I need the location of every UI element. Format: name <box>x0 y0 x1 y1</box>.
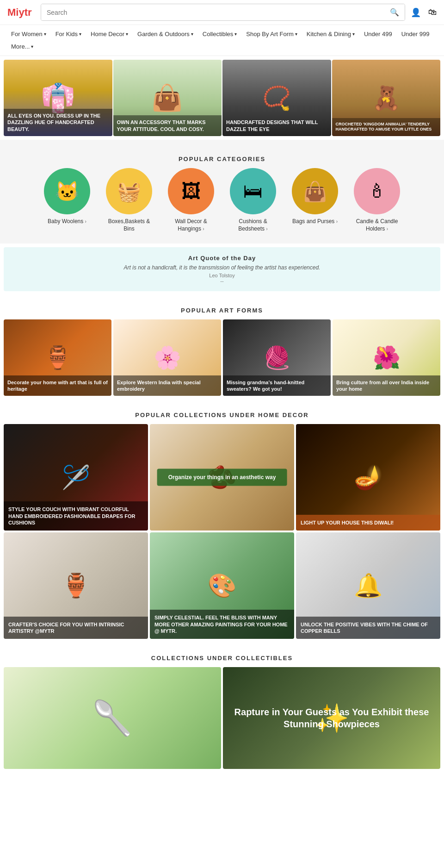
nav-under-499[interactable]: Under 499 <box>360 29 396 39</box>
category-bags-purses[interactable]: 👜 Bags and Purses › <box>290 168 340 232</box>
nav-more[interactable]: More... ▾ <box>7 41 37 52</box>
category-candle-holders[interactable]: 🕯 Candle & Candle Holders › <box>352 168 402 232</box>
logo-rest: ytr <box>18 6 31 18</box>
hero-banner-section: 👘 ALL EYES ON YOU. DRESS UP IN THE DAZZL… <box>0 56 444 140</box>
hero-text-jewelry: Handcrafted designs that will dazzle the… <box>222 115 331 136</box>
header-icons: 👤 🛍 <box>411 7 437 18</box>
navigation: For Women ▾ For Kids ▾ Home Decor ▾ Gard… <box>0 25 444 56</box>
nav-label: Kitchen & Dining <box>307 31 351 37</box>
nav-label: Shop By Art Form <box>246 31 294 37</box>
category-label: Cushions & Bedsheets › <box>228 218 278 232</box>
art-quote-dash: -- <box>11 278 433 284</box>
cart-icon[interactable]: 🛍 <box>428 7 437 18</box>
collection-text-4: CRAFTER'S CHOICE FOR YOU WITH INTRINSIC … <box>4 617 148 639</box>
nav-for-women[interactable]: For Women ▾ <box>7 29 50 39</box>
category-circle: 🖼 <box>168 168 214 214</box>
collection-text-2: Organize your things in an aesthetic way <box>157 469 287 486</box>
chevron-down-icon: ▾ <box>31 44 33 49</box>
home-decor-collections-title: POPULAR COLLECTIONS UNDER HOME DECOR <box>4 403 440 424</box>
art-form-card-4[interactable]: 🌺 Bring culture from all over India insi… <box>333 319 440 396</box>
collectibles-card-spoons[interactable]: 🥄 <box>4 667 221 769</box>
arrow-icon: › <box>85 219 86 224</box>
search-button[interactable]: 🔍 <box>384 4 405 20</box>
nav-label: More... <box>11 43 30 50</box>
collection-text-5: SIMPLY CELESTIAL. FEEL THE BLISS WITH MA… <box>150 610 294 639</box>
category-boxes-baskets[interactable]: 🧺 Boxes,Baskets & Bins <box>104 168 154 232</box>
collectibles-image-1: 🥄 <box>4 667 221 769</box>
hero-card-bag[interactable]: 👜 OWN AN ACCESSORY THAT MARKS YOUR ATTIT… <box>113 60 222 136</box>
nav-label: Garden & Outdoors <box>137 31 190 37</box>
art-form-card-2[interactable]: 🌸 Explore Western India with special emb… <box>113 319 221 396</box>
art-form-card-1[interactable]: 🏺 Decorate your home with art that is fu… <box>4 319 111 396</box>
art-form-text-4: Bring culture from all over India inside… <box>333 375 440 396</box>
art-quote-author: Leo Tolstoy <box>11 273 433 278</box>
nav-label: Home Decor <box>91 31 124 37</box>
category-wall-decor[interactable]: 🖼 Wall Decor & Hangings › <box>166 168 216 232</box>
nav-collectibles[interactable]: Collectibles ▾ <box>199 29 240 39</box>
nav-kitchen-dining[interactable]: Kitchen & Dining ▾ <box>303 29 358 39</box>
category-circle: 🕯 <box>354 168 400 214</box>
collection-card-copper-bells[interactable]: 🔔 Unlock the positive vibes with the chi… <box>296 532 440 639</box>
category-baby-woolens[interactable]: 🐱 Baby Woolens › <box>42 168 92 232</box>
nav-for-kids[interactable]: For Kids ▾ <box>52 29 85 39</box>
chevron-down-icon: ▾ <box>44 31 46 37</box>
chevron-down-icon: ▾ <box>295 31 297 37</box>
collection-card-organize[interactable]: 🫘 Organize your things in an aesthetic w… <box>150 424 294 531</box>
nav-label: For Kids <box>56 31 78 37</box>
collectibles-text-2: Rapture in Your Guests as You Exhibit th… <box>232 706 431 730</box>
hero-card-toys[interactable]: 🧸 CROCHETED 'KINGDOM ANIMALIA' TENDERLY … <box>332 60 441 136</box>
category-label: Boxes,Baskets & Bins <box>104 218 154 232</box>
art-quote-title: Art Quote of the Day <box>11 255 433 262</box>
arrow-icon: › <box>336 219 338 224</box>
popular-art-forms-section: POPULAR ART FORMS 🏺 Decorate your home w… <box>0 295 444 400</box>
collection-text-6: Unlock the positive vibes with the chime… <box>296 617 440 639</box>
home-decor-collections-section: POPULAR COLLECTIONS UNDER HOME DECOR 🪡 S… <box>0 400 444 643</box>
chevron-down-icon: ▾ <box>191 31 193 37</box>
category-cushions-bedsheets[interactable]: 🛏 Cushions & Bedsheets › <box>228 168 278 232</box>
collection-text-1: STYLE YOUR COUCH WITH VIBRANT COLORFUL H… <box>4 501 148 531</box>
collectibles-section: COLLECTIONS UNDER COLLECTIBLES 🥄 ✨ Raptu… <box>0 643 444 773</box>
nav-label: Collectibles <box>203 31 233 37</box>
category-label: Bags and Purses › <box>292 218 338 225</box>
collectibles-card-showpieces[interactable]: ✨ Rapture in Your Guests as You Exhibit … <box>223 667 440 769</box>
art-form-card-3[interactable]: 🧶 Missing grandma's hand-knitted sweater… <box>223 319 331 396</box>
logo-m: M <box>7 6 16 18</box>
category-circle: 🧺 <box>106 168 152 214</box>
category-circle: 🛏 <box>230 168 276 214</box>
collectibles-grid: 🥄 ✨ Rapture in Your Guests as You Exhibi… <box>4 667 440 769</box>
popular-categories-section: POPULAR CATEGORIES 🐱 Baby Woolens › 🧺 Bo… <box>0 140 444 244</box>
nav-home-decor[interactable]: Home Decor ▾ <box>87 29 132 39</box>
category-circle: 🐱 <box>44 168 90 214</box>
nav-shop-by-art-form[interactable]: Shop By Art Form ▾ <box>242 29 301 39</box>
hero-text-women: ALL EYES ON YOU. DRESS UP IN THE DAZZLIN… <box>4 109 112 136</box>
collection-card-paintings[interactable]: 🎨 SIMPLY CELESTIAL. FEEL THE BLISS WITH … <box>150 532 294 639</box>
collections-grid-bottom: 🏺 CRAFTER'S CHOICE FOR YOU WITH INTRINSI… <box>4 532 440 639</box>
logo[interactable]: Miytr <box>7 6 35 19</box>
account-icon[interactable]: 👤 <box>411 7 421 18</box>
nav-garden-outdoors[interactable]: Garden & Outdoors ▾ <box>134 29 197 39</box>
arrow-icon: › <box>387 226 388 231</box>
collection-card-artistry[interactable]: 🏺 CRAFTER'S CHOICE FOR YOU WITH INTRINSI… <box>4 532 148 639</box>
hero-card-jewelry[interactable]: 📿 Handcrafted designs that will dazzle t… <box>222 60 331 136</box>
collection-card-diwali[interactable]: 🪔 Light up your house this Diwali! <box>296 424 440 531</box>
hero-text-bag: OWN AN ACCESSORY THAT MARKS YOUR ATTITUD… <box>113 115 222 136</box>
hero-text-toys: CROCHETED 'KINGDOM ANIMALIA' TENDERLY HA… <box>332 118 441 136</box>
chevron-down-icon: ▾ <box>79 31 81 37</box>
art-form-text-3: Missing grandma's hand-knitted sweaters?… <box>223 375 331 396</box>
header: Miytr 🔍 👤 🛍 <box>0 0 444 25</box>
collectibles-overlay-2: Rapture in Your Guests as You Exhibit th… <box>223 667 440 769</box>
art-quote-section: Art Quote of the Day Art is not a handic… <box>4 247 440 291</box>
nav-under-999[interactable]: Under 999 <box>398 29 433 39</box>
hero-card-women[interactable]: 👘 ALL EYES ON YOU. DRESS UP IN THE DAZZL… <box>4 60 112 136</box>
category-label: Baby Woolens › <box>48 218 86 225</box>
art-form-text-1: Decorate your home with art that is full… <box>4 375 111 396</box>
search-bar: 🔍 <box>41 4 405 21</box>
search-input[interactable] <box>41 4 384 20</box>
art-form-text-2: Explore Western India with special embro… <box>113 375 221 396</box>
art-forms-grid: 🏺 Decorate your home with art that is fu… <box>4 319 440 396</box>
category-label: Candle & Candle Holders › <box>352 218 402 232</box>
chevron-down-icon: ▾ <box>126 31 128 37</box>
popular-categories-title: POPULAR CATEGORIES <box>4 147 440 168</box>
collection-card-cushions[interactable]: 🪡 STYLE YOUR COUCH WITH VIBRANT COLORFUL… <box>4 424 148 531</box>
collectibles-title: COLLECTIONS UNDER COLLECTIBLES <box>4 646 440 667</box>
